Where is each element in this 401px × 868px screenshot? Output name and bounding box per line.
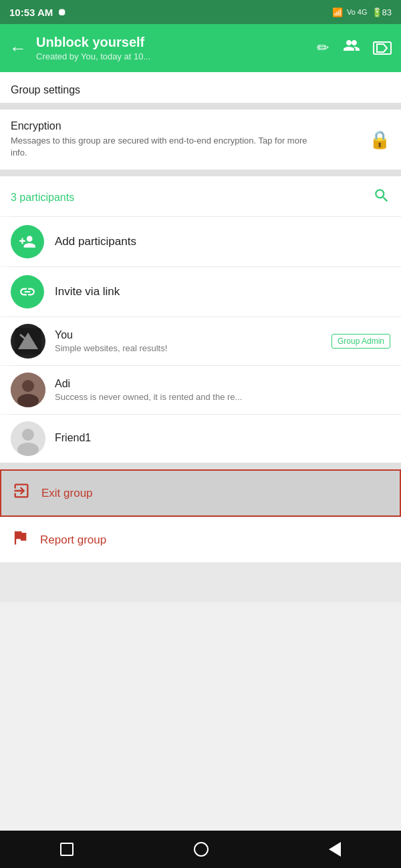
participant-adi-info: Adi Success is never owned, it is rented… (55, 378, 390, 402)
wifi-icon: 📶 (332, 7, 343, 17)
participant-adi-name: Adi (55, 378, 390, 390)
add-person-icon[interactable] (342, 39, 360, 57)
toolbar: ← Unblock yourself Created by You, today… (0, 24, 401, 72)
signal-icon: Vo 4G (347, 8, 368, 16)
report-group-row[interactable]: Report group (0, 517, 401, 562)
group-settings-section: Group settings (0, 72, 401, 103)
group-settings-label: Group settings (0, 72, 401, 103)
nav-bar (0, 831, 401, 868)
divider-2 (0, 170, 401, 176)
participant-friend1[interactable]: Friend1 (0, 415, 401, 463)
participant-you-name: You (55, 329, 322, 341)
svg-point-4 (22, 380, 34, 392)
search-participants-icon[interactable] (373, 187, 390, 208)
group-admin-badge: Group Admin (331, 334, 390, 349)
exit-group-label: Exit group (41, 487, 93, 500)
invite-link-icon (11, 275, 44, 308)
battery-icon: 🔋83 (372, 7, 392, 17)
exit-group-row[interactable]: Exit group (0, 469, 401, 517)
encryption-text: Encryption Messages to this group are se… (11, 120, 318, 159)
svg-point-7 (22, 429, 34, 441)
invite-link-item[interactable]: Invite via link (0, 267, 401, 316)
participant-adi[interactable]: Adi Success is never owned, it is rented… (0, 366, 401, 414)
label-icon[interactable] (373, 41, 392, 55)
report-group-icon (11, 528, 29, 552)
participant-you-info: You Simple websites, real results! (55, 329, 322, 353)
nav-recent-button[interactable] (60, 843, 74, 856)
invite-link-label: Invite via link (55, 285, 120, 298)
encryption-title: Encryption (11, 120, 318, 132)
lock-icon: 🔒 (369, 130, 390, 150)
add-participants-item[interactable]: Add participants (0, 217, 401, 266)
toolbar-info: Unblock yourself Created by You, today a… (36, 35, 307, 61)
divider-3 (0, 463, 401, 469)
add-participants-icon (11, 225, 44, 258)
avatar-adi (11, 373, 45, 407)
toolbar-subtitle: Created by You, today at 10... (36, 51, 307, 61)
participant-friend1-info: Friend1 (55, 432, 390, 446)
report-group-label: Report group (40, 533, 106, 547)
encryption-desc: Messages to this group are secured with … (11, 135, 318, 159)
exit-group-icon (12, 481, 31, 505)
participant-friend1-name: Friend1 (55, 432, 390, 444)
svg-point-5 (17, 394, 39, 407)
record-icon: ⏺ (57, 7, 66, 17)
participant-adi-status: Success is never owned, it is rented and… (55, 392, 390, 402)
encryption-row[interactable]: Encryption Messages to this group are se… (0, 110, 401, 170)
status-time: 10:53 AM ⏺ (9, 7, 66, 18)
avatar-you (11, 324, 45, 359)
participant-you-status: Simple websites, real results! (55, 343, 322, 353)
back-button[interactable]: ← (9, 38, 27, 59)
nav-back-button[interactable] (329, 842, 341, 857)
toolbar-actions: ✏ (317, 39, 392, 57)
add-participants-label: Add participants (55, 235, 136, 248)
status-icons: 📶 Vo 4G 🔋83 (332, 7, 392, 17)
divider-1 (0, 103, 401, 110)
bottom-spacer (0, 562, 401, 602)
participant-you[interactable]: You Simple websites, real results! Group… (0, 317, 401, 365)
avatar-friend1 (11, 421, 45, 456)
svg-point-8 (17, 443, 39, 456)
participants-header: 3 participants (0, 176, 401, 216)
toolbar-title: Unblock yourself (36, 35, 307, 50)
edit-icon[interactable]: ✏ (317, 39, 329, 57)
status-bar: 10:53 AM ⏺ 📶 Vo 4G 🔋83 (0, 0, 401, 24)
participants-count: 3 participants (11, 192, 74, 204)
nav-home-button[interactable] (194, 842, 209, 857)
